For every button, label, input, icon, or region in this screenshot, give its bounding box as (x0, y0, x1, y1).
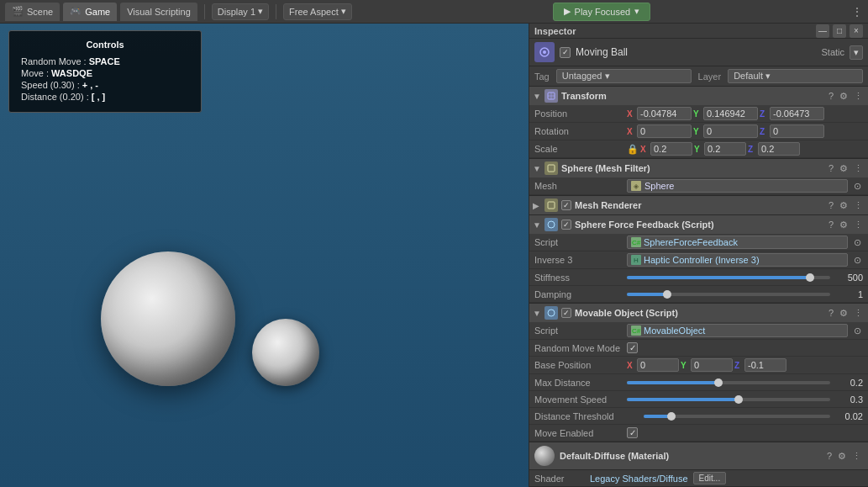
sphere-script-dot[interactable]: ⊙ (851, 236, 863, 248)
stiffness-row: Stiffness 500 (529, 269, 868, 286)
mesh-renderer-component: ▶ Mesh Renderer ? ⚙ ⋮ (529, 196, 868, 215)
base-pos-y-input[interactable] (691, 358, 733, 372)
max-distance-slider-thumb[interactable] (714, 378, 723, 387)
sphere-force-help-btn[interactable]: ? (827, 220, 835, 230)
position-x-input[interactable] (637, 107, 692, 120)
inspector-close-btn[interactable]: × (850, 24, 863, 38)
play-focused-button[interactable]: ▶ Play Focused ▾ (553, 3, 651, 21)
movable-object-settings-btn[interactable]: ⚙ (838, 308, 850, 319)
shader-edit-btn[interactable]: Edit... (693, 472, 727, 484)
sphere-script-field[interactable]: C# SphereForceFeedback (627, 236, 848, 249)
distance-threshold-slider-thumb[interactable] (667, 412, 676, 421)
tab-game[interactable]: 🎮 Game (63, 3, 117, 21)
material-more-btn[interactable]: ⋮ (850, 451, 863, 462)
position-z-input[interactable] (770, 107, 824, 120)
movement-speed-slider-thumb[interactable] (734, 395, 743, 404)
rot-y-label: Y (693, 127, 702, 136)
mesh-filter-settings-btn[interactable]: ⚙ (838, 163, 850, 174)
material-name: Default-Diffuse (Material) (560, 451, 820, 461)
movement-speed-slider-track[interactable] (627, 398, 830, 401)
damping-slider-thumb[interactable] (663, 290, 671, 299)
transform-more-btn[interactable]: ⋮ (852, 91, 865, 102)
mesh-field[interactable]: ◈ Sphere (627, 179, 848, 193)
base-pos-z-input[interactable] (744, 358, 786, 372)
movable-object-more-btn[interactable]: ⋮ (852, 308, 865, 319)
transform-settings-btn[interactable]: ⚙ (838, 91, 850, 102)
shader-row: Shader Legacy Shaders/Diffuse Edit... (529, 470, 868, 486)
sphere-script-row: Script C# SphereForceFeedback ⊙ (529, 234, 868, 251)
inspector-window-controls: — □ × (816, 24, 863, 38)
position-y-input[interactable] (703, 107, 758, 120)
max-distance-slider-track[interactable] (627, 381, 830, 384)
speed-key: + , - (82, 80, 98, 90)
max-distance-label: Max Distance (534, 378, 627, 388)
tab-scene[interactable]: 🎬 Scene (5, 3, 60, 21)
movement-speed-value: 0.3 (834, 394, 863, 405)
mesh-renderer-checkbox[interactable] (561, 200, 571, 210)
sphere-force-settings-btn[interactable]: ⚙ (838, 220, 850, 230)
material-settings-btn[interactable]: ⚙ (836, 451, 848, 462)
static-dropdown[interactable]: ▾ (850, 45, 863, 60)
mesh-row: Mesh ◈ Sphere ⊙ (529, 177, 868, 195)
pos-z-label: Z (760, 109, 768, 119)
sphere-force-header[interactable]: ▼ Sphere Force Feedback (Script) ? ⚙ ⋮ (529, 215, 868, 234)
move-enabled-checkbox[interactable] (627, 427, 638, 438)
damping-label: Damping (534, 289, 627, 299)
move-label: Move : (21, 68, 51, 78)
movement-speed-row: Movement Speed 0.3 (529, 391, 868, 408)
display-dropdown[interactable]: Display 1 ▾ (212, 3, 269, 20)
sphere-force-checkbox[interactable] (561, 220, 571, 230)
scale-row: Scale 🔒 X Y Z (529, 140, 868, 158)
movable-object-header[interactable]: ▼ Movable Object (Script) ? ⚙ ⋮ (529, 304, 868, 322)
stiffness-slider-track[interactable] (627, 276, 830, 279)
rotation-x-input[interactable] (637, 124, 692, 138)
aspect-dropdown[interactable]: Free Aspect ▾ (283, 3, 352, 20)
mesh-filter-more-btn[interactable]: ⋮ (852, 163, 865, 174)
movable-object-checkbox[interactable] (561, 308, 571, 318)
base-position-row: Base Position X Y Z (529, 357, 868, 374)
object-header: Moving Ball Static ▾ (529, 39, 868, 66)
distance-threshold-slider-track[interactable] (644, 415, 830, 418)
mesh-renderer-more-btn[interactable]: ⋮ (852, 200, 865, 211)
damping-slider-track[interactable] (627, 293, 830, 296)
mesh-filter-help-btn[interactable]: ? (827, 163, 835, 174)
transform-help-btn[interactable]: ? (827, 91, 835, 102)
object-name[interactable]: Moving Ball (576, 46, 816, 58)
mesh-renderer-header[interactable]: ▶ Mesh Renderer ? ⚙ ⋮ (529, 196, 868, 214)
mesh-renderer-icon-svg (547, 201, 555, 209)
mesh-dot-btn[interactable]: ⊙ (851, 180, 863, 192)
shader-value: Legacy Shaders/Diffuse (590, 474, 688, 484)
transform-header[interactable]: ▼ Transform ? ⚙ ⋮ (529, 87, 868, 105)
damping-value: 1 (834, 289, 863, 299)
inspector-maximize-btn[interactable]: □ (833, 24, 846, 38)
material-help-btn[interactable]: ? (825, 451, 834, 462)
mesh-renderer-settings-btn[interactable]: ⚙ (838, 200, 850, 211)
mesh-filter-name: Sphere (Mesh Filter) (561, 163, 823, 173)
movable-object-help-btn[interactable]: ? (827, 308, 835, 319)
stiffness-slider-thumb[interactable] (806, 273, 814, 282)
tab-visual-scripting[interactable]: Visual Scripting (120, 3, 197, 21)
scale-x-input[interactable] (650, 142, 692, 156)
pos-y-label: Y (693, 109, 702, 119)
inverse3-dot[interactable]: ⊙ (851, 254, 863, 266)
rotation-y-input[interactable] (703, 124, 758, 138)
inspector-minimize-btn[interactable]: — (816, 24, 829, 38)
more-options-icon[interactable]: ⋮ (851, 5, 863, 19)
material-header[interactable]: Default-Diffuse (Material) ? ⚙ ⋮ (529, 442, 868, 470)
object-active-checkbox[interactable] (560, 47, 571, 58)
random-move-checkbox[interactable] (627, 342, 638, 353)
inverse3-label: Inverse 3 (534, 255, 627, 265)
rotation-z-input[interactable] (770, 124, 824, 138)
inverse3-field[interactable]: H Haptic Controller (Inverse 3) (627, 253, 848, 267)
layer-dropdown[interactable]: Default ▾ (728, 69, 863, 83)
movable-script-field[interactable]: C# MovableObject (627, 324, 848, 337)
sphere-force-icon (544, 218, 558, 231)
movable-script-dot[interactable]: ⊙ (851, 325, 863, 336)
scale-y-input[interactable] (704, 142, 746, 156)
mesh-renderer-help-btn[interactable]: ? (827, 200, 835, 211)
base-pos-x-input[interactable] (637, 358, 679, 372)
scale-z-input[interactable] (758, 142, 800, 156)
tag-dropdown[interactable]: Untagged ▾ (556, 69, 692, 83)
sphere-force-more-btn[interactable]: ⋮ (852, 220, 865, 230)
mesh-filter-header[interactable]: ▼ Sphere (Mesh Filter) ? ⚙ ⋮ (529, 159, 868, 177)
